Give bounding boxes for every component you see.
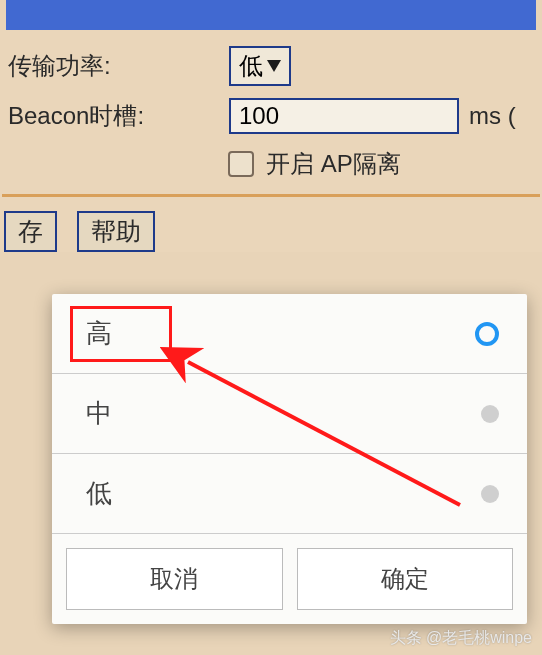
section-divider [2, 194, 540, 197]
beacon-input[interactable]: 100 [229, 98, 459, 134]
action-buttons: 存 帮助 [0, 211, 542, 252]
option-high-label: 高 [86, 316, 112, 351]
option-low-label: 低 [86, 476, 112, 511]
confirm-button[interactable]: 确定 [297, 548, 514, 610]
beacon-row: Beacon时槽: 100 ms ( [0, 92, 542, 140]
popup-button-row: 取消 确定 [52, 534, 527, 624]
tx-power-select[interactable]: 低 [229, 46, 291, 86]
help-button[interactable]: 帮助 [77, 211, 155, 252]
tx-power-popup: 高 中 低 取消 确定 [52, 294, 527, 624]
beacon-unit: ms ( [469, 102, 516, 130]
radio-unselected-icon [481, 485, 499, 503]
ap-isolate-checkbox[interactable] [228, 151, 254, 177]
settings-form: 传输功率: 低 Beacon时槽: 100 ms ( 开启 AP隔离 存 帮助 [0, 30, 542, 252]
option-high[interactable]: 高 [52, 294, 527, 374]
tx-power-label: 传输功率: [4, 50, 229, 82]
watermark: 头条 @老毛桃winpe [390, 628, 533, 649]
chevron-down-icon [267, 60, 281, 72]
option-low[interactable]: 低 [52, 454, 527, 534]
radio-unselected-icon [481, 405, 499, 423]
option-medium[interactable]: 中 [52, 374, 527, 454]
cancel-button[interactable]: 取消 [66, 548, 283, 610]
window-titlebar [6, 0, 536, 30]
save-button[interactable]: 存 [4, 211, 57, 252]
beacon-label: Beacon时槽: [4, 100, 229, 132]
ap-isolate-row: 开启 AP隔离 [0, 140, 542, 194]
option-medium-label: 中 [86, 396, 112, 431]
tx-power-value: 低 [239, 50, 263, 82]
tx-power-row: 传输功率: 低 [0, 40, 542, 92]
radio-selected-icon [475, 322, 499, 346]
ap-isolate-label: 开启 AP隔离 [266, 148, 401, 180]
